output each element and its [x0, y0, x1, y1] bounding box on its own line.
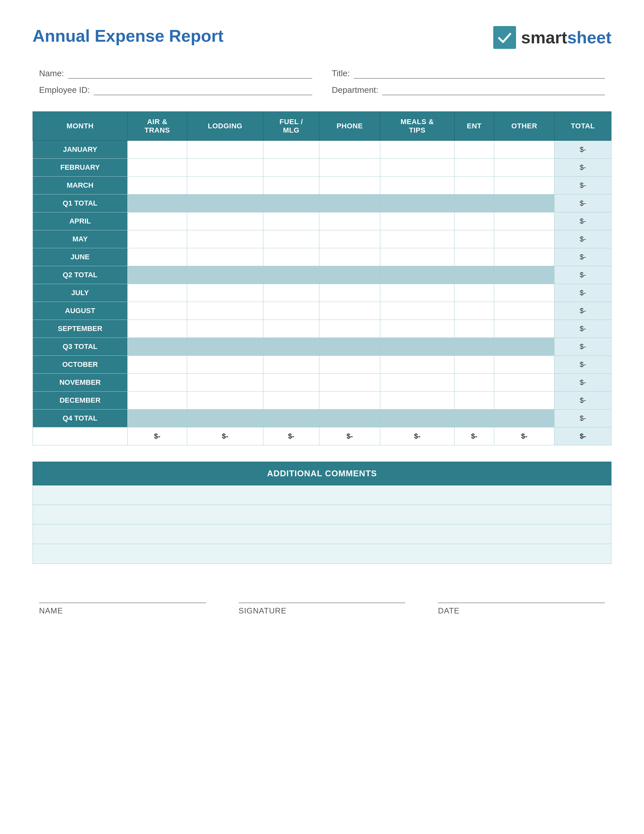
data-cell[interactable]: [494, 284, 554, 302]
data-cell[interactable]: [494, 356, 554, 374]
date-sig-line[interactable]: [438, 590, 605, 603]
data-cell[interactable]: [187, 391, 263, 409]
comments-body[interactable]: [32, 485, 612, 564]
data-cell[interactable]: [127, 158, 187, 176]
data-cell[interactable]: [319, 212, 380, 230]
data-cell[interactable]: [494, 266, 554, 284]
data-cell[interactable]: [454, 284, 494, 302]
data-cell[interactable]: [127, 212, 187, 230]
department-input-line[interactable]: [382, 86, 605, 95]
data-cell[interactable]: [454, 302, 494, 320]
data-cell[interactable]: [454, 391, 494, 409]
data-cell[interactable]: [380, 230, 454, 248]
data-cell[interactable]: [380, 320, 454, 338]
data-cell[interactable]: [380, 338, 454, 356]
data-cell[interactable]: [187, 356, 263, 374]
data-cell[interactable]: [454, 212, 494, 230]
data-cell[interactable]: [319, 194, 380, 212]
data-cell[interactable]: [263, 266, 320, 284]
data-cell[interactable]: [494, 248, 554, 266]
data-cell[interactable]: [187, 374, 263, 391]
data-cell[interactable]: [319, 409, 380, 427]
data-cell[interactable]: [454, 338, 494, 356]
data-cell[interactable]: [187, 409, 263, 427]
data-cell[interactable]: [380, 356, 454, 374]
data-cell[interactable]: [380, 266, 454, 284]
data-cell[interactable]: [380, 212, 454, 230]
data-cell[interactable]: [454, 194, 494, 212]
data-cell[interactable]: [380, 391, 454, 409]
data-cell[interactable]: [127, 176, 187, 194]
data-cell[interactable]: [263, 230, 320, 248]
title-input-line[interactable]: [353, 69, 605, 79]
data-cell[interactable]: [127, 409, 187, 427]
data-cell[interactable]: [494, 338, 554, 356]
signature-sig-line[interactable]: [239, 590, 406, 603]
data-cell[interactable]: [127, 356, 187, 374]
data-cell[interactable]: [454, 374, 494, 391]
data-cell[interactable]: [380, 374, 454, 391]
data-cell[interactable]: [494, 141, 554, 158]
data-cell[interactable]: [187, 176, 263, 194]
data-cell[interactable]: [319, 338, 380, 356]
data-cell[interactable]: [380, 409, 454, 427]
data-cell[interactable]: [187, 230, 263, 248]
data-cell[interactable]: [319, 266, 380, 284]
data-cell[interactable]: [127, 374, 187, 391]
data-cell[interactable]: [380, 194, 454, 212]
data-cell[interactable]: [494, 391, 554, 409]
data-cell[interactable]: [494, 230, 554, 248]
data-cell[interactable]: [187, 284, 263, 302]
data-cell[interactable]: [319, 284, 380, 302]
data-cell[interactable]: [263, 338, 320, 356]
data-cell[interactable]: [319, 320, 380, 338]
data-cell[interactable]: [263, 320, 320, 338]
data-cell[interactable]: [187, 320, 263, 338]
data-cell[interactable]: [380, 176, 454, 194]
data-cell[interactable]: [319, 356, 380, 374]
data-cell[interactable]: [187, 194, 263, 212]
data-cell[interactable]: [494, 409, 554, 427]
data-cell[interactable]: [263, 302, 320, 320]
data-cell[interactable]: [380, 302, 454, 320]
data-cell[interactable]: [127, 338, 187, 356]
comment-line-1[interactable]: [33, 485, 611, 505]
data-cell[interactable]: [494, 194, 554, 212]
data-cell[interactable]: [319, 141, 380, 158]
data-cell[interactable]: [263, 284, 320, 302]
data-cell[interactable]: [263, 176, 320, 194]
data-cell[interactable]: [380, 141, 454, 158]
data-cell[interactable]: [127, 194, 187, 212]
data-cell[interactable]: [127, 266, 187, 284]
data-cell[interactable]: [380, 284, 454, 302]
data-cell[interactable]: [494, 176, 554, 194]
data-cell[interactable]: [454, 158, 494, 176]
data-cell[interactable]: [187, 212, 263, 230]
data-cell[interactable]: [380, 158, 454, 176]
data-cell[interactable]: [127, 248, 187, 266]
data-cell[interactable]: [127, 302, 187, 320]
employee-id-input-line[interactable]: [94, 86, 312, 95]
data-cell[interactable]: [127, 284, 187, 302]
data-cell[interactable]: [380, 248, 454, 266]
comment-line-4[interactable]: [33, 544, 611, 564]
name-sig-line[interactable]: [39, 590, 206, 603]
data-cell[interactable]: [319, 391, 380, 409]
data-cell[interactable]: [454, 356, 494, 374]
data-cell[interactable]: [454, 266, 494, 284]
data-cell[interactable]: [187, 248, 263, 266]
data-cell[interactable]: [263, 141, 320, 158]
data-cell[interactable]: [454, 320, 494, 338]
data-cell[interactable]: [127, 320, 187, 338]
data-cell[interactable]: [454, 248, 494, 266]
data-cell[interactable]: [494, 302, 554, 320]
data-cell[interactable]: [187, 141, 263, 158]
data-cell[interactable]: [263, 248, 320, 266]
data-cell[interactable]: [127, 141, 187, 158]
data-cell[interactable]: [319, 158, 380, 176]
data-cell[interactable]: [454, 176, 494, 194]
data-cell[interactable]: [263, 391, 320, 409]
data-cell[interactable]: [319, 176, 380, 194]
data-cell[interactable]: [187, 302, 263, 320]
data-cell[interactable]: [263, 194, 320, 212]
